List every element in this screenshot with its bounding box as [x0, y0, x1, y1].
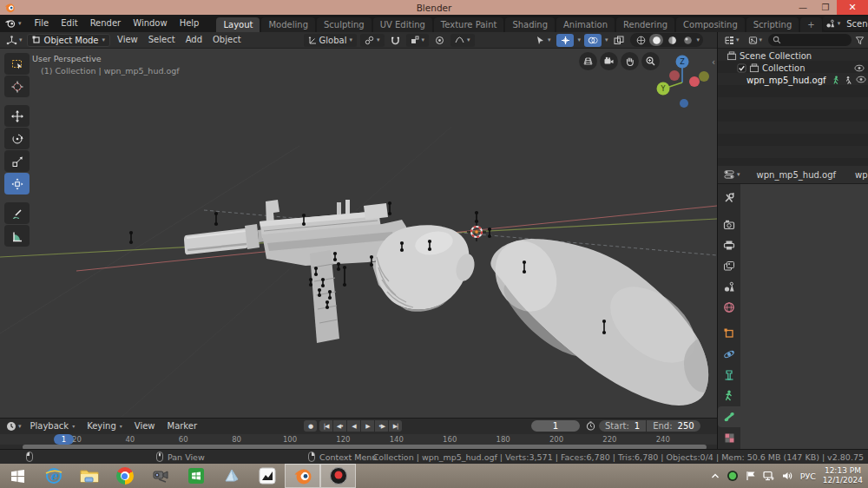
gizmo-z-neg[interactable]	[680, 99, 688, 108]
menu-item[interactable]: Render	[84, 15, 128, 32]
scene-canvas[interactable]: Z Y	[0, 49, 717, 418]
tab-world[interactable]	[718, 297, 740, 318]
timeline-ruler[interactable]: 1 20406080100120140160180200220240	[0, 434, 717, 445]
workspace-tab[interactable]: Compositing	[676, 17, 745, 32]
start-button[interactable]	[0, 464, 36, 488]
search-input[interactable]	[784, 36, 836, 44]
tool-rotate-button[interactable]	[4, 128, 30, 149]
orthographic-toggle-button[interactable]	[579, 52, 597, 70]
workspace-tab[interactable]: Sculpting	[317, 17, 372, 32]
camera-view-button[interactable]	[600, 52, 618, 70]
workspace-tab[interactable]: Shading	[505, 17, 555, 32]
gizmo-y-neg[interactable]	[699, 71, 709, 82]
tool-transform-button[interactable]	[4, 173, 30, 195]
workspace-tab[interactable]: Modeling	[261, 17, 315, 32]
bone-marker[interactable]	[309, 278, 312, 287]
zoom-view-button[interactable]	[641, 52, 660, 70]
bone-marker[interactable]	[343, 266, 346, 287]
shading-solid-button[interactable]	[649, 34, 663, 46]
recording-indicator-icon[interactable]	[727, 470, 739, 482]
shading-material-button[interactable]	[665, 34, 679, 46]
timeline-editor-type-button[interactable]: ▾	[3, 421, 24, 432]
navigation-gizmo[interactable]: Z Y	[657, 56, 710, 109]
current-frame-field[interactable]: 1	[531, 420, 580, 432]
menu-item[interactable]: File	[29, 15, 56, 32]
timeline-menu-item[interactable]: Playback	[24, 418, 82, 435]
language-indicator[interactable]: РУС	[800, 472, 816, 481]
shading-rendered-button[interactable]	[681, 34, 694, 46]
tab-object[interactable]	[718, 323, 740, 344]
tool-annotate-button[interactable]	[4, 202, 30, 224]
taskbar-chrome[interactable]	[107, 464, 142, 488]
playhead[interactable]: 1	[54, 434, 74, 445]
taskbar-screen-recorder[interactable]	[320, 464, 356, 488]
taskbar-chart-app[interactable]	[249, 464, 285, 488]
sidebar-collapse-arrow[interactable]: ‹	[712, 57, 715, 67]
tab-tool[interactable]	[718, 188, 740, 208]
outliner-row-collection[interactable]: Collection	[718, 62, 868, 74]
network-icon[interactable]	[763, 471, 775, 481]
gizmo-x-axis[interactable]	[669, 70, 680, 81]
outliner-search[interactable]	[768, 34, 852, 46]
mp5-gun-mesh[interactable]	[184, 200, 407, 343]
volume-icon[interactable]	[782, 471, 793, 481]
gizmo-x-neg[interactable]	[689, 76, 700, 87]
play-button[interactable]: ▶	[361, 420, 374, 432]
bone-marker[interactable]	[475, 211, 478, 223]
preview-range-toggle[interactable]	[586, 421, 595, 431]
pose-mode-icon[interactable]	[832, 76, 841, 85]
bone-marker[interactable]	[214, 212, 218, 226]
outliner-row-armature-object[interactable]: wpn_mp5_hud.ogf	[718, 74, 868, 86]
menu-item[interactable]: Window	[127, 15, 173, 32]
viewport-menu-item[interactable]: Object	[207, 31, 247, 49]
timeline-menu-item[interactable]: Keying	[81, 418, 128, 435]
eye-icon[interactable]	[854, 64, 865, 72]
workspace-tab[interactable]: Scripting	[746, 17, 799, 32]
editor-type-button[interactable]: ▾	[3, 35, 25, 45]
bone-marker[interactable]	[388, 201, 391, 215]
taskbar-blender[interactable]	[285, 464, 320, 488]
show-overlays-toggle[interactable]	[584, 34, 602, 47]
tab-texture[interactable]	[718, 427, 740, 448]
forearm-mesh[interactable]	[484, 231, 709, 406]
taskbar-internet-explorer[interactable]: e	[36, 464, 71, 488]
eye-icon[interactable]	[856, 76, 866, 83]
tab-view-layer[interactable]	[718, 255, 740, 276]
tab-output[interactable]	[718, 234, 740, 255]
xray-toggle[interactable]	[611, 36, 627, 45]
menu-item[interactable]: Edit	[55, 15, 83, 32]
tray-clock[interactable]: 12:13 PM 12/1/2024	[823, 466, 863, 486]
taskbar-store[interactable]	[178, 464, 214, 488]
taskbar-camera-app[interactable]	[142, 464, 178, 488]
record-button[interactable]: ●	[304, 420, 317, 432]
tool-measure-button[interactable]	[4, 225, 30, 247]
tab-render[interactable]	[718, 214, 740, 234]
outliner-display-mode-button[interactable]: ▾	[746, 36, 766, 45]
bone-marker[interactable]	[337, 262, 340, 271]
gizmo-visibility-selector[interactable]: ▾	[533, 36, 554, 45]
taskbar-prism-app[interactable]	[214, 464, 249, 488]
scene-selector[interactable]: ▾ Scene ⧉ ✕	[823, 16, 868, 30]
bone-marker[interactable]	[129, 231, 133, 244]
jump-to-start-button[interactable]: |◀	[319, 420, 332, 432]
3d-viewport[interactable]: Z Y User Perspective (1) Collection | wp…	[0, 49, 717, 418]
workspace-tab[interactable]: Texture Paint	[434, 17, 504, 32]
tool-cursor-button[interactable]	[4, 76, 30, 97]
start-frame-field[interactable]: Start:1	[599, 420, 646, 432]
workspace-tab[interactable]: Rendering	[616, 17, 674, 32]
workspace-tab[interactable]: UV Editing	[373, 17, 432, 32]
workspace-tab[interactable]: Layout	[216, 17, 260, 32]
armature-data-icon[interactable]	[844, 76, 853, 85]
taskbar-file-explorer[interactable]	[71, 464, 107, 488]
proportional-editing-toggle[interactable]	[432, 36, 447, 45]
end-frame-field[interactable]: End:250	[647, 420, 700, 432]
workspace-tab[interactable]: +	[800, 17, 821, 32]
tool-select-box-button[interactable]	[4, 53, 30, 75]
transform-orientation-selector[interactable]: Global ▾	[304, 34, 357, 47]
hand-mesh[interactable]	[376, 225, 477, 311]
tab-bone[interactable]	[718, 406, 740, 427]
play-reverse-button[interactable]: ◀	[347, 420, 360, 432]
mode-selector[interactable]: Object Mode ▾	[27, 34, 111, 47]
3d-cursor[interactable]	[467, 222, 486, 241]
properties-editor-type-button[interactable]: ▾	[721, 169, 743, 180]
